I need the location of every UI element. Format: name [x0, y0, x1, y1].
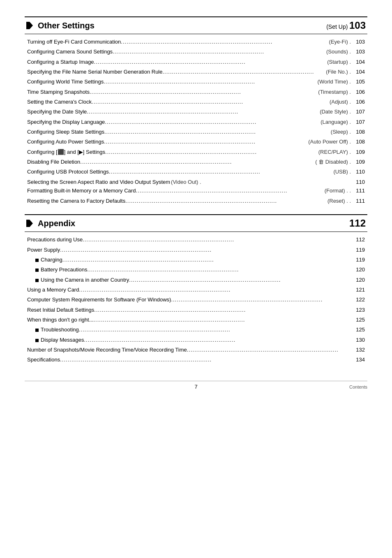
toc-dots: ........................................… — [60, 356, 350, 364]
toc-text: Reset Initial Default Settings — [27, 306, 94, 314]
bullet-icon — [35, 279, 39, 282]
toc-entry: Configuring USB Protocol Settings ......… — [27, 168, 365, 177]
toc-entry: Resetting the Camera to Factory Defaults… — [27, 197, 365, 206]
other-settings-page: 103 — [349, 20, 366, 31]
footer-page-number: 7 — [139, 384, 253, 390]
toc-page-number: 107 — [353, 118, 365, 126]
toc-page-number: 119 — [353, 256, 365, 264]
appendix-toc: Precautions during Use .................… — [25, 236, 367, 365]
toc-entry: Time Stamping Snapshots ................… — [27, 88, 365, 97]
other-settings-toc: Turning off Eye-Fi Card Communication ..… — [25, 38, 367, 206]
toc-ref: (REC/PLAY) . — [318, 148, 351, 156]
toc-dots: ........................................… — [87, 266, 350, 274]
toc-dots: ........................................… — [80, 158, 314, 167]
toc-entry: Specifications .........................… — [27, 356, 365, 365]
other-settings-subtitle: (Set Up) — [326, 23, 348, 30]
toc-left: Configuring Camera Sound Settings ......… — [27, 48, 351, 57]
toc-ref: (World Time) . — [318, 78, 351, 86]
toc-left: Using the Camera in another Country ....… — [27, 276, 351, 285]
toc-page-number: 106 — [353, 88, 365, 96]
toc-entry: Disabling File Deletion ................… — [27, 158, 365, 167]
toc-page-number: 105 — [353, 78, 365, 86]
toc-ref: (Sleep) . — [331, 128, 351, 136]
toc-text: Configuring World Time Settings — [27, 78, 104, 86]
toc-dots: ........................................… — [163, 68, 325, 76]
toc-text: Using a Memory Card — [27, 286, 79, 294]
toc-text: Battery Precautions — [35, 266, 87, 274]
toc-ref: (Startup) . — [327, 58, 351, 66]
toc-text: Time Stamping Snapshots — [27, 88, 90, 96]
toc-dots: ........................................… — [105, 148, 317, 157]
appendix-title-text: Appendix — [38, 219, 75, 228]
toc-dots: ........................................… — [62, 256, 350, 264]
toc-text: Specifying the File Name Serial Number G… — [27, 68, 163, 76]
toc-page-number: 103 — [353, 48, 365, 56]
toc-page-number: 111 — [353, 187, 365, 195]
toc-text: Configuring USB Protocol Settings — [27, 168, 109, 176]
toc-left: Configuring World Time Settings ........… — [27, 78, 351, 87]
toc-dots: ........................................… — [187, 346, 350, 354]
toc-left: Disabling File Deletion ................… — [27, 158, 351, 167]
toc-entry: Formatting Built-in Memory or a Memory C… — [27, 187, 365, 196]
toc-page-number: 125 — [353, 326, 365, 334]
toc-page-number: 107 — [353, 108, 365, 116]
other-settings-title: Other Settings — [26, 21, 95, 30]
toc-ref: (Language) . — [321, 118, 351, 126]
toc-entry: Configuring Sleep State Settings .......… — [27, 128, 365, 137]
toc-page-number: 119 — [353, 246, 365, 254]
other-settings-header: Other Settings (Set Up) 103 — [25, 16, 367, 34]
toc-left: Specifying the Date Style ..............… — [27, 108, 351, 117]
page: Other Settings (Set Up) 103 Turning off … — [0, 0, 392, 398]
toc-entry: Setting the Camera's Clock .............… — [27, 98, 365, 107]
toc-ref: (Auto Power Off) . — [308, 138, 351, 146]
toc-page-number: 132 — [353, 346, 365, 354]
toc-left: Troubleshooting ........................… — [27, 326, 351, 335]
toc-page-number: 106 — [353, 98, 365, 106]
toc-dots: ........................................… — [92, 98, 328, 107]
toc-dots: ........................................… — [113, 48, 325, 56]
toc-dots: ........................................… — [93, 316, 350, 324]
toc-text: Specifications — [27, 356, 60, 364]
toc-entry: Configuring [⬛] and [▶] Settings .......… — [27, 148, 365, 157]
toc-left: Formatting Built-in Memory or a Memory C… — [27, 187, 351, 196]
toc-left: Specifying the Display Language ........… — [27, 118, 351, 127]
toc-entry: Precautions during Use .................… — [27, 236, 365, 245]
toc-dots: ........................................… — [109, 168, 332, 176]
toc-dots: ........................................… — [104, 128, 329, 137]
toc-ref: (USB) . — [333, 168, 351, 176]
toc-left: Charging ...............................… — [27, 256, 351, 265]
toc-text: Configuring Auto Power Settings — [27, 138, 104, 146]
bullet-icon — [35, 259, 39, 262]
toc-entry: Number of Snapshots/Movie Recording Time… — [27, 346, 365, 355]
toc-page-number: 108 — [353, 128, 365, 136]
toc-text: Selecting the Screen Aspect Ratio and Vi… — [27, 178, 170, 186]
toc-ref: (Video Out) . — [171, 178, 201, 186]
toc-dots: ........................................… — [125, 197, 326, 206]
bullet-icon — [35, 269, 39, 272]
toc-left: Display Messages .......................… — [27, 336, 351, 345]
bottom-bar: 7 Contents — [25, 381, 367, 390]
toc-entry: Configuring World Time Settings ........… — [27, 78, 365, 87]
toc-text: Power Supply — [27, 246, 60, 254]
toc-page-number: 130 — [353, 336, 365, 344]
toc-page-number: 123 — [353, 306, 365, 314]
toc-page-number: 110 — [353, 178, 365, 186]
toc-page-number: 134 — [353, 356, 365, 364]
toc-dots: ........................................… — [94, 58, 326, 67]
section-icon-appendix — [26, 220, 33, 227]
toc-text: Disabling File Deletion — [27, 158, 80, 166]
toc-dots: ........................................… — [60, 246, 350, 255]
toc-dots: ........................................… — [84, 336, 350, 345]
toc-page-number: 125 — [353, 316, 365, 324]
toc-text: Specifying the Display Language — [27, 118, 105, 126]
toc-page-number: 112 — [353, 236, 365, 244]
bullet-icon — [35, 329, 39, 332]
toc-entry: Display Messages .......................… — [27, 336, 365, 345]
appendix-header: Appendix 112 — [25, 214, 367, 232]
toc-text: Configuring [⬛] and [▶] Settings — [27, 148, 105, 156]
toc-text: Turning off Eye-Fi Card Communication — [27, 38, 121, 46]
toc-left: Precautions during Use .................… — [27, 236, 351, 245]
toc-page-number: 111 — [353, 197, 365, 205]
toc-dots: ........................................… — [136, 187, 323, 195]
toc-text: Configuring Sleep State Settings — [27, 128, 104, 136]
